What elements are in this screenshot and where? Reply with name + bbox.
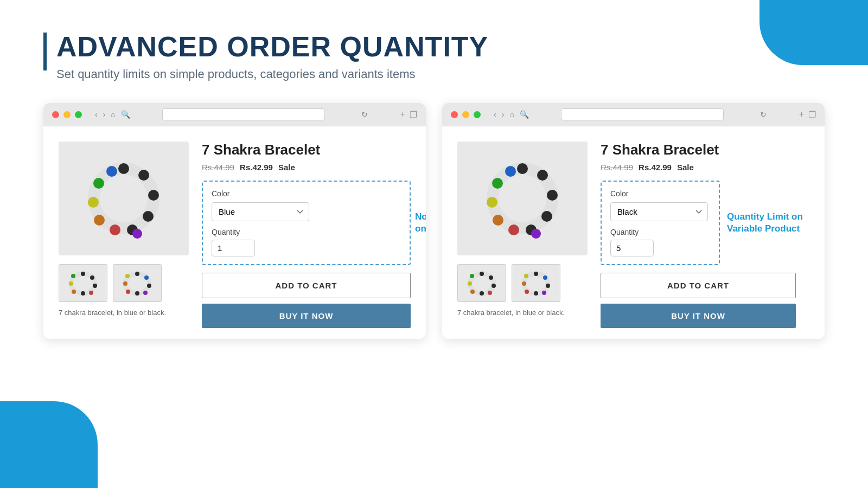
svg-point-47 bbox=[480, 291, 484, 296]
svg-point-1 bbox=[118, 163, 129, 174]
right-traffic-yellow[interactable] bbox=[462, 111, 469, 118]
right-color-label: Color bbox=[610, 189, 710, 198]
right-browser-search[interactable] bbox=[561, 108, 724, 120]
left-traffic-red[interactable] bbox=[52, 111, 59, 118]
left-search-btn[interactable]: 🔍 bbox=[121, 110, 130, 119]
right-color-select[interactable]: Blue Black bbox=[610, 202, 708, 221]
right-buy-now-button[interactable]: BUY IT NOW bbox=[601, 304, 796, 328]
header-section: ADVANCED ORDER QUANTITY Set quantity lim… bbox=[43, 33, 825, 81]
right-product-main-img bbox=[457, 142, 588, 255]
right-traffic-red[interactable] bbox=[451, 111, 458, 118]
right-product-main: 7 chakra bracelet, in blue or black. 7 S… bbox=[457, 142, 809, 328]
svg-point-33 bbox=[547, 190, 558, 201]
svg-point-41 bbox=[531, 229, 541, 239]
svg-point-23 bbox=[144, 275, 149, 280]
right-search-btn[interactable]: 🔍 bbox=[520, 110, 529, 119]
left-product-page: 7 chakra bracelet, in blue or black. 7 S… bbox=[43, 126, 426, 339]
right-product-image-area: 7 chakra bracelet, in blue or black. bbox=[457, 142, 588, 317]
right-back-btn[interactable]: ‹ bbox=[494, 110, 496, 119]
svg-point-49 bbox=[468, 281, 472, 286]
svg-point-34 bbox=[541, 211, 552, 222]
svg-point-28 bbox=[123, 281, 127, 286]
left-product-price: Rs.44.99 Rs.42.99 Sale bbox=[202, 163, 411, 172]
left-new-tab-btn[interactable]: + bbox=[400, 110, 405, 120]
right-traffic-green[interactable] bbox=[474, 111, 481, 118]
svg-point-38 bbox=[487, 197, 497, 208]
svg-point-15 bbox=[93, 284, 97, 288]
left-product-thumbnails bbox=[59, 264, 189, 302]
left-quantity-input[interactable] bbox=[212, 240, 255, 256]
right-add-to-cart-button[interactable]: ADD TO CART bbox=[601, 273, 796, 298]
svg-point-25 bbox=[143, 291, 148, 295]
right-refresh-btn[interactable]: ↻ bbox=[760, 110, 767, 119]
right-home-btn[interactable]: ⌂ bbox=[509, 110, 514, 119]
left-thumb-1[interactable] bbox=[59, 264, 107, 302]
svg-point-48 bbox=[470, 290, 475, 294]
svg-point-16 bbox=[89, 291, 93, 295]
right-browser-titlebar: ‹ › ⌂ 🔍 ↻ + ❐ bbox=[442, 103, 825, 126]
svg-point-31 bbox=[517, 163, 528, 174]
svg-point-20 bbox=[71, 274, 75, 278]
left-browser-search[interactable] bbox=[162, 108, 325, 120]
right-thumb-2[interactable] bbox=[512, 264, 560, 302]
left-product-image-area: 7 chakra bracelet, in blue or black. bbox=[59, 142, 189, 317]
right-browser-nav: ‹ › ⌂ 🔍 bbox=[494, 110, 529, 119]
left-windows-btn[interactable]: ❐ bbox=[410, 110, 417, 120]
left-thumb-bracelet-2 bbox=[118, 268, 156, 298]
svg-point-11 bbox=[132, 229, 142, 239]
page-title: ADVANCED ORDER QUANTITY bbox=[56, 33, 488, 61]
svg-point-44 bbox=[489, 275, 493, 280]
right-forward-btn[interactable]: › bbox=[502, 110, 505, 119]
left-product-description: 7 chakra bracelet, in blue or black. bbox=[59, 309, 189, 317]
right-new-tab-btn[interactable]: + bbox=[799, 110, 804, 120]
svg-point-40 bbox=[505, 166, 516, 177]
svg-point-45 bbox=[492, 284, 496, 288]
left-traffic-yellow[interactable] bbox=[63, 111, 71, 118]
svg-point-57 bbox=[525, 290, 529, 294]
svg-point-2 bbox=[138, 170, 149, 181]
right-bracelet-svg bbox=[474, 150, 571, 247]
svg-point-56 bbox=[534, 291, 538, 296]
header-text-block: ADVANCED ORDER QUANTITY Set quantity lim… bbox=[56, 33, 488, 81]
deco-bottom-left bbox=[0, 401, 98, 488]
svg-point-19 bbox=[69, 281, 73, 286]
right-product-page: 7 chakra bracelet, in blue or black. 7 S… bbox=[442, 126, 825, 339]
svg-point-37 bbox=[493, 215, 503, 226]
left-add-to-cart-button[interactable]: ADD TO CART bbox=[202, 273, 411, 298]
right-product-info: 7 Shakra Bracelet Rs.44.99 Rs.42.99 Sale… bbox=[601, 142, 809, 328]
right-annotation-label: Quantity Limit on Variable Product bbox=[727, 211, 825, 235]
svg-point-52 bbox=[534, 272, 538, 276]
left-buy-now-button[interactable]: BUY IT NOW bbox=[202, 304, 411, 328]
browsers-container: ‹ › ⌂ 🔍 ↻ + ❐ bbox=[43, 103, 825, 339]
left-traffic-green[interactable] bbox=[75, 111, 82, 118]
right-price-sale: Rs.42.99 bbox=[639, 163, 672, 172]
right-browser-window: ‹ › ⌂ 🔍 ↻ + ❐ bbox=[442, 103, 825, 339]
left-home-btn[interactable]: ⌂ bbox=[111, 110, 115, 119]
svg-point-55 bbox=[542, 291, 546, 295]
right-product-thumbnails bbox=[457, 264, 588, 302]
right-quantity-label: Quantity bbox=[610, 228, 710, 236]
right-quantity-input[interactable] bbox=[610, 240, 654, 256]
left-browser-titlebar: ‹ › ⌂ 🔍 ↻ + ❐ bbox=[43, 103, 426, 126]
left-browser-window: ‹ › ⌂ 🔍 ↻ + ❐ bbox=[43, 103, 426, 339]
svg-point-14 bbox=[90, 275, 94, 280]
left-color-select[interactable]: Blue Black bbox=[212, 202, 309, 221]
left-product-main-img bbox=[59, 142, 189, 255]
svg-point-59 bbox=[524, 274, 528, 278]
left-forward-btn[interactable]: › bbox=[103, 110, 106, 119]
right-thumb-1[interactable] bbox=[457, 264, 506, 302]
right-windows-btn[interactable]: ❐ bbox=[808, 110, 816, 120]
svg-point-29 bbox=[125, 274, 130, 278]
svg-point-43 bbox=[480, 272, 484, 276]
left-thumb-2[interactable] bbox=[113, 264, 162, 302]
svg-point-26 bbox=[135, 291, 139, 296]
svg-point-6 bbox=[110, 224, 120, 235]
right-product-price: Rs.44.99 Rs.42.99 Sale bbox=[601, 163, 809, 172]
right-price-original: Rs.44.99 bbox=[601, 163, 633, 172]
svg-point-18 bbox=[72, 290, 76, 294]
left-thumb-bracelet-1 bbox=[64, 268, 102, 298]
left-back-btn[interactable]: ‹ bbox=[95, 110, 98, 119]
left-refresh-btn[interactable]: ↻ bbox=[361, 110, 368, 119]
left-quantity-label: Quantity bbox=[212, 228, 401, 236]
right-sale-badge: Sale bbox=[677, 163, 694, 172]
